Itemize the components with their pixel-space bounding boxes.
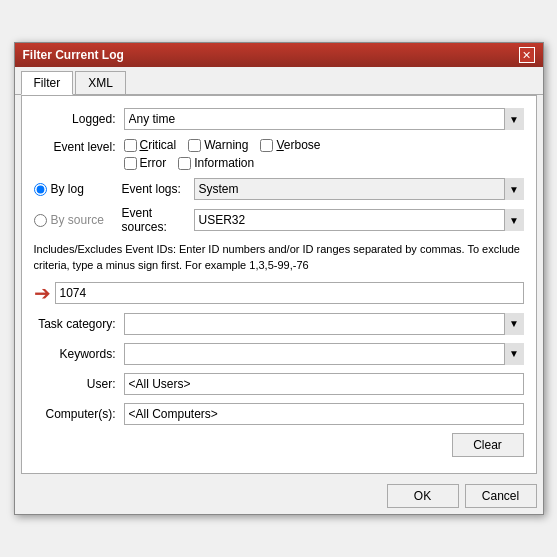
event-sources-select[interactable]: USER32 [194,209,524,231]
description-text: Includes/Excludes Event IDs: Enter ID nu… [34,242,524,273]
checkboxes-row-2: Error Information [124,156,524,170]
checkbox-warning[interactable] [188,139,201,152]
keywords-row: Keywords: ▼ [34,343,524,365]
by-log-radio[interactable] [34,183,47,196]
title-bar: Filter Current Log ✕ [15,43,543,67]
checkboxes-row-1: Critical Warning Verbose [124,138,524,152]
task-category-row: Task category: ▼ [34,313,524,335]
checkbox-verbose[interactable] [260,139,273,152]
cancel-button[interactable]: Cancel [465,484,537,508]
tab-xml[interactable]: XML [75,71,126,94]
checkbox-critical-item: Critical [124,138,177,152]
checkbox-critical[interactable] [124,139,137,152]
by-log-row: By log Event logs: System ▼ [34,178,524,200]
filter-dialog: Filter Current Log ✕ Filter XML Logged: … [14,42,544,515]
by-source-row: By source Event sources: USER32 ▼ [34,206,524,234]
by-log-radio-col: By log [34,182,114,196]
event-logs-label: Event logs: [122,182,181,196]
keywords-control: ▼ [124,343,524,365]
checkbox-error-label: Error [140,156,167,170]
user-row: User: [34,373,524,395]
task-category-select-wrapper: ▼ [124,313,524,335]
by-source-radio[interactable] [34,214,47,227]
by-source-label: By source [51,213,104,227]
checkbox-verbose-label: Verbose [276,138,320,152]
checkbox-error[interactable] [124,157,137,170]
by-log-label: By log [51,182,84,196]
computer-input[interactable] [124,403,524,425]
checkbox-critical-label: Critical [140,138,177,152]
event-id-row: ➔ [34,281,524,305]
event-sources-select-wrapper: USER32 ▼ [194,209,524,231]
tab-content: Logged: Any time ▼ Event level: Critical [21,95,537,474]
event-id-input[interactable] [55,282,524,304]
computer-control [124,403,524,425]
keywords-select[interactable] [124,343,524,365]
dialog-buttons: OK Cancel [15,480,543,514]
event-logs-select[interactable]: System [194,178,524,200]
event-sources-label: Event sources: [122,206,167,234]
logged-row: Logged: Any time ▼ [34,108,524,130]
logged-select[interactable]: Any time [124,108,524,130]
user-input[interactable] [124,373,524,395]
arrow-icon: ➔ [34,281,51,305]
task-category-select[interactable] [124,313,524,335]
user-control [124,373,524,395]
logged-control: Any time ▼ [124,108,524,130]
by-source-radio-item: By source [34,213,114,227]
checkbox-error-item: Error [124,156,167,170]
ok-button[interactable]: OK [387,484,459,508]
by-log-radio-item: By log [34,182,114,196]
computer-label: Computer(s): [34,407,124,421]
checkbox-warning-label: Warning [204,138,248,152]
task-category-label: Task category: [34,317,124,331]
event-logs-control: System ▼ [194,178,524,200]
checkbox-warning-item: Warning [188,138,248,152]
keywords-label: Keywords: [34,347,124,361]
dialog-title: Filter Current Log [23,48,124,62]
event-level-row: Event level: Critical Warning Verbose [34,138,524,170]
keywords-select-wrapper: ▼ [124,343,524,365]
user-label: User: [34,377,124,391]
checkboxes-area: Critical Warning Verbose Error [124,138,524,170]
tab-bar: Filter XML [15,67,543,95]
task-category-control: ▼ [124,313,524,335]
tab-filter[interactable]: Filter [21,71,74,95]
event-sources-control: USER32 ▼ [194,209,524,231]
logged-select-wrapper: Any time ▼ [124,108,524,130]
clear-button[interactable]: Clear [452,433,524,457]
logged-label: Logged: [34,112,124,126]
computer-row: Computer(s): [34,403,524,425]
close-button[interactable]: ✕ [519,47,535,63]
checkbox-information[interactable] [178,157,191,170]
event-logs-select-wrapper: System ▼ [194,178,524,200]
clear-btn-row: Clear [34,433,524,457]
by-source-radio-col: By source [34,213,114,227]
checkbox-information-item: Information [178,156,254,170]
checkbox-information-label: Information [194,156,254,170]
event-level-label: Event level: [34,138,124,154]
checkbox-verbose-item: Verbose [260,138,320,152]
